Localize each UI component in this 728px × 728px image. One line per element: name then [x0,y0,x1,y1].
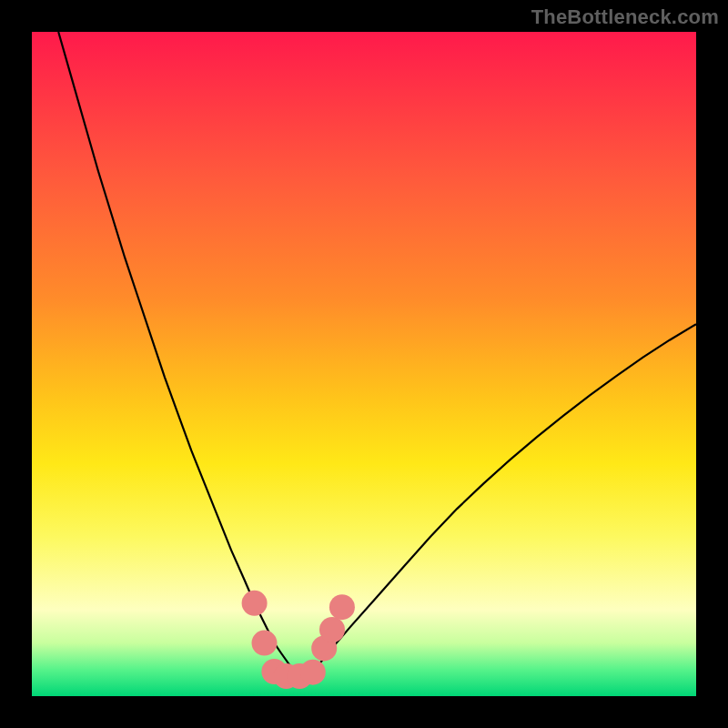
curve-marker [300,660,326,685]
bottleneck-curve [58,32,696,676]
curve-marker [252,631,278,656]
curve-marker [329,594,355,620]
curve-marker [319,617,345,642]
curve-markers [242,591,355,689]
curve-marker [242,591,268,616]
plot-area [32,32,696,696]
watermark-text: TheBottleneck.com [531,5,719,29]
chart-svg [32,32,696,696]
outer-frame: TheBottleneck.com [0,0,728,728]
